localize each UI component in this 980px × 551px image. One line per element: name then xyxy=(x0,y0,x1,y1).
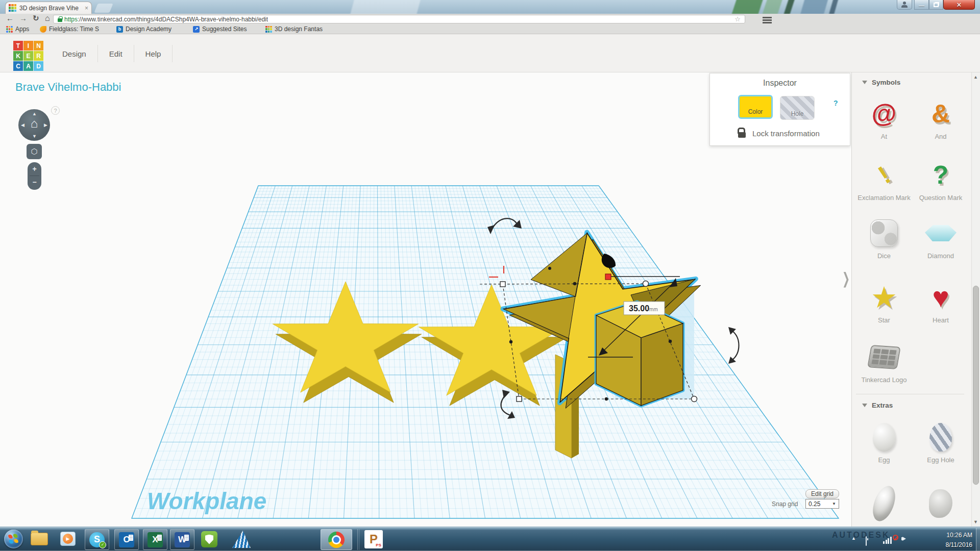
shape-item-and[interactable]: & And xyxy=(913,97,969,140)
wallpaper-autodesk-text: AUTODESK xyxy=(832,531,890,540)
taskbar-explorer[interactable] xyxy=(31,533,48,545)
corner-handle[interactable] xyxy=(517,396,522,402)
taskbar-antivirus[interactable] xyxy=(201,531,217,547)
corner-handle[interactable] xyxy=(500,282,505,287)
design-title: Brave Vihelmo-Habbi xyxy=(15,81,121,94)
tinkercad-favicon xyxy=(265,26,272,33)
corner-handle[interactable] xyxy=(643,281,649,287)
edge-handle[interactable] xyxy=(548,267,551,270)
secure-lock-icon[interactable] xyxy=(58,18,62,22)
address-bar[interactable]: https://www.tinkercad.com/things/4dDACSh… xyxy=(53,15,745,23)
start-button[interactable] xyxy=(4,530,23,548)
pan-down-icon[interactable]: ▼ xyxy=(32,134,37,139)
forward-button[interactable]: → xyxy=(19,14,27,22)
scroll-down-icon[interactable]: ▼ xyxy=(973,519,978,524)
show-desktop-button[interactable] xyxy=(976,528,980,551)
profile-button[interactable] xyxy=(897,0,912,10)
shape-item-egg[interactable]: Egg xyxy=(856,420,912,464)
menu-design[interactable]: Design xyxy=(51,49,97,58)
shape-item-partial[interactable] xyxy=(913,481,969,527)
shape-item-exclamation[interactable]: ! Exclamation Mark xyxy=(856,158,912,202)
view-navigation-pad[interactable]: ▲ ▼ ◀ ▶ ⌂ xyxy=(18,109,50,141)
menu-edit[interactable]: Edit xyxy=(98,49,134,58)
bookmark-star-icon[interactable]: ☆ xyxy=(734,15,741,23)
zoom-out-button[interactable]: − xyxy=(28,176,41,189)
panel-toggle-chevron[interactable]: ❯ xyxy=(842,269,850,288)
bookmark-3d-design[interactable]: 3D design Fantas xyxy=(265,24,323,34)
taskbar-pyramid-app[interactable] xyxy=(232,531,251,548)
ampersand-shape-icon: & xyxy=(932,101,950,127)
power-icon[interactable] xyxy=(866,536,867,546)
section-symbols[interactable]: Symbols xyxy=(862,79,900,86)
bookmark-design-academy[interactable]: b Design Academy xyxy=(116,24,172,34)
scroll-up-icon[interactable]: ▲ xyxy=(973,74,978,80)
taskbar-clock[interactable]: 10:26 AM 8/11/2016 xyxy=(915,531,972,550)
menu-help[interactable]: Help xyxy=(134,49,173,58)
shape-item-heart[interactable]: ♥ Heart xyxy=(913,281,969,324)
color-swatch-button[interactable]: Color xyxy=(738,95,773,119)
chrome-menu-icon[interactable] xyxy=(763,17,772,18)
edge-handle[interactable] xyxy=(605,397,608,400)
tab-close-icon[interactable]: × xyxy=(85,5,88,11)
box-shape-selected[interactable] xyxy=(596,302,683,406)
bookmark-apps[interactable]: Apps xyxy=(6,24,29,34)
question-shape-icon: ? xyxy=(933,162,949,188)
menu-divider xyxy=(172,45,173,62)
scrollbar-thumb[interactable] xyxy=(973,286,979,485)
minimize-button[interactable]: — xyxy=(914,0,929,10)
clock-date: 8/11/2016 xyxy=(915,540,972,550)
zoom-controls[interactable]: + − xyxy=(28,162,41,190)
wallpaper-streak xyxy=(828,0,839,14)
taskbar-media-player[interactable]: ▶ xyxy=(60,532,76,546)
view-cube-button[interactable]: ⬡ xyxy=(27,144,42,159)
taskbar-outlook[interactable]: O xyxy=(114,529,139,550)
home-button[interactable]: ⌂ xyxy=(45,14,50,23)
shape-item-egg-hole[interactable]: Egg Hole xyxy=(913,420,969,464)
inspector-help-link[interactable]: ? xyxy=(834,99,838,107)
taskbar-divider xyxy=(357,529,358,550)
bookmarks-bar: Apps Fieldglass: Time S b Design Academy… xyxy=(0,24,980,34)
hole-swatch-button[interactable]: Hole xyxy=(780,96,815,120)
maximize-icon xyxy=(934,3,939,7)
back-button[interactable]: ← xyxy=(6,14,14,22)
edge-handle[interactable] xyxy=(573,282,576,285)
lock-transformation-toggle[interactable]: Lock transformation xyxy=(738,129,820,138)
sidebar-scrollbar[interactable]: ▲ ▼ xyxy=(971,72,980,527)
bookmark-suggested-sites[interactable]: ↗ Suggested Sites xyxy=(193,24,247,34)
taskbar-skype[interactable]: S xyxy=(85,529,109,550)
shape-item-tinkercad-logo[interactable]: Tinkercad Logo xyxy=(856,340,912,384)
edge-handle[interactable] xyxy=(669,340,672,343)
snap-grid-select[interactable]: 0.25 ▼ xyxy=(805,499,839,509)
shape-item-partial[interactable] xyxy=(856,481,912,527)
height-handle[interactable] xyxy=(605,274,611,280)
network-signal-icon[interactable] xyxy=(883,535,892,544)
taskbar-p-ps-app[interactable]: PPS xyxy=(364,530,383,548)
shape-item-question[interactable]: ? Question Mark xyxy=(913,158,969,202)
refresh-button[interactable]: ↻ xyxy=(33,14,39,23)
bookmark-fieldglass[interactable]: Fieldglass: Time S xyxy=(40,24,99,34)
section-extras[interactable]: Extras xyxy=(862,402,893,409)
help-badge[interactable]: ? xyxy=(51,106,60,115)
fieldglass-icon xyxy=(40,26,46,33)
close-button[interactable]: ✕ xyxy=(943,0,975,10)
shape-item-diamond[interactable]: Diamond xyxy=(913,216,969,260)
taskbar-chrome[interactable] xyxy=(321,529,352,550)
home-view-icon[interactable]: ⌂ xyxy=(18,116,50,131)
taskbar-excel[interactable]: X xyxy=(143,529,167,550)
taskbar-word[interactable]: W xyxy=(170,529,194,550)
shape-item-star[interactable]: ★ Star xyxy=(856,281,912,324)
edge-handle[interactable] xyxy=(509,340,512,343)
tinkercad-logo[interactable]: T I N K E R C A D xyxy=(13,41,43,71)
shape-item-dice[interactable]: Dice xyxy=(856,216,912,260)
browser-tab[interactable]: 3D design Brave Vihe × xyxy=(5,2,92,14)
tray-overflow-icon[interactable]: ▲ xyxy=(851,536,856,541)
pan-up-icon[interactable]: ▲ xyxy=(32,111,37,116)
corner-handle[interactable] xyxy=(692,396,697,402)
lock-icon xyxy=(738,132,746,138)
shape-item-at[interactable]: @ At xyxy=(856,97,912,140)
edit-grid-button[interactable]: Edit grid xyxy=(805,489,839,498)
wallpaper-streak xyxy=(731,0,764,14)
zoom-in-button[interactable]: + xyxy=(28,162,41,176)
inspector-panel: Inspector Color Hole ? Lock transformati… xyxy=(709,73,850,146)
maximize-button[interactable] xyxy=(929,0,943,10)
